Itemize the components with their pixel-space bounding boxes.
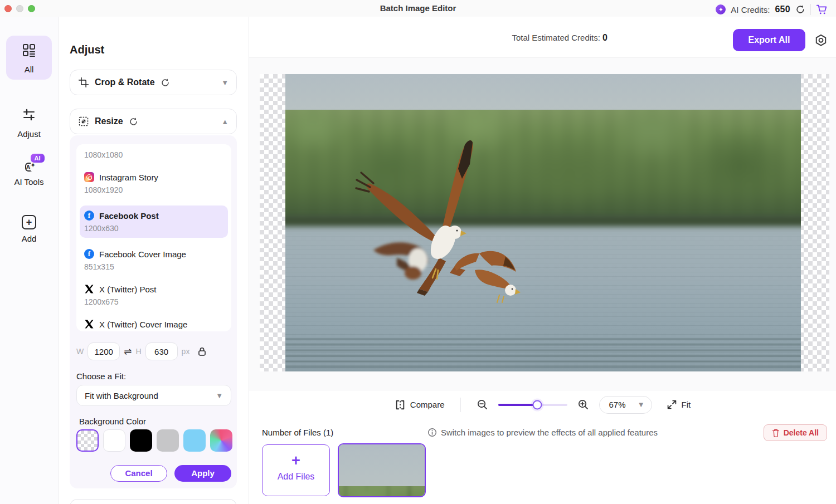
- preset-item-x-cover[interactable]: X (Twitter) Cover Image 1500x500: [84, 317, 223, 331]
- add-files-button[interactable]: + Add Files: [262, 444, 330, 496]
- adjust-panel: Adjust Crop & Rotate ▼ Resize ▲ 1080x108…: [59, 17, 249, 504]
- resize-icon: [78, 116, 89, 127]
- fit-label: Fit: [682, 400, 691, 409]
- plus-icon: +: [263, 453, 329, 468]
- ai-credits-label: AI Credits:: [731, 5, 770, 14]
- refresh-credits-icon[interactable]: [795, 4, 805, 14]
- reset-icon[interactable]: [161, 78, 170, 87]
- canvas-transparency-checkerboard[interactable]: [260, 74, 829, 371]
- zoom-slider-handle[interactable]: [533, 400, 542, 409]
- preset-item-facebook-cover[interactable]: fFacebook Cover Image 851x315: [84, 247, 223, 273]
- delete-all-button[interactable]: Delete All: [764, 424, 827, 441]
- resize-section-header[interactable]: Resize ▲: [70, 109, 237, 134]
- size-row: W ⇌ H px: [76, 342, 231, 360]
- sidebar-item-label: AI Tools: [6, 177, 52, 187]
- export-all-button[interactable]: Export All: [733, 29, 805, 51]
- preset-name: Facebook Post: [99, 211, 159, 221]
- titlebar: Batch Image Editor ✦ AI Credits: 650: [0, 0, 836, 17]
- titlebar-divider: [810, 4, 811, 15]
- facebook-icon: f: [84, 211, 94, 221]
- background-color-label: Background Color: [79, 417, 146, 426]
- chevron-up-icon[interactable]: ▲: [221, 118, 229, 126]
- fit-button[interactable]: Fit: [667, 399, 691, 410]
- chevron-down-icon: ▼: [638, 400, 645, 409]
- compare-label: Compare: [410, 400, 445, 409]
- add-files-label: Add Files: [263, 472, 329, 482]
- preset-dims: 1080x1920: [84, 184, 223, 196]
- fit-dropdown[interactable]: Fit with Background ▼: [76, 385, 231, 406]
- preset-name: Instagram Story: [99, 173, 158, 182]
- reset-icon[interactable]: [129, 117, 138, 126]
- sidebar-item-add[interactable]: + Add: [6, 208, 52, 249]
- crop-rotate-section[interactable]: Crop & Rotate ▼: [70, 70, 237, 95]
- background-swatches: [76, 429, 232, 452]
- swatch-gray[interactable]: [157, 429, 179, 452]
- x-twitter-icon: [84, 284, 94, 294]
- trash-icon: [772, 429, 780, 437]
- apply-button[interactable]: Apply: [174, 465, 231, 482]
- swatch-black[interactable]: [130, 429, 152, 452]
- delete-all-label: Delete All: [784, 428, 819, 437]
- zoom-level-dropdown[interactable]: 67% ▼: [599, 396, 652, 414]
- zoom-slider[interactable]: [498, 404, 567, 406]
- main-area: Total Estimated Credits: 0 Export All: [249, 17, 836, 504]
- sidebar: All Adjust AI✦ AI AI Tools + Add: [0, 17, 59, 504]
- app-window: Batch Image Editor ✦ AI Credits: 650 All: [0, 0, 836, 504]
- info-icon: [427, 428, 437, 437]
- total-credits-label: Total Estimated Credits:: [512, 33, 600, 42]
- chevron-down-icon[interactable]: ▼: [221, 79, 229, 87]
- sliders-icon: [21, 107, 37, 123]
- next-section-card[interactable]: [70, 499, 237, 504]
- sidebar-item-all[interactable]: All: [6, 36, 52, 80]
- preset-dims: 1500x500: [84, 331, 223, 331]
- canvas-toolbar: Compare 67% ▼ Fit: [249, 390, 836, 419]
- preset-dims: 1200x630: [84, 222, 223, 234]
- swatch-blue[interactable]: [183, 429, 206, 452]
- height-label: H: [135, 347, 141, 356]
- sidebar-item-adjust[interactable]: Adjust: [6, 100, 52, 144]
- files-hint-text: Switch images to preview the effects of …: [441, 428, 658, 437]
- swatch-white[interactable]: [103, 429, 125, 452]
- instagram-icon: [84, 172, 94, 182]
- panel-title: Adjust: [70, 43, 104, 56]
- swatch-transparent[interactable]: [76, 429, 99, 452]
- zoom-level-value: 67%: [609, 400, 626, 409]
- ai-credits-value: 650: [775, 4, 790, 14]
- zoom-out-icon[interactable]: [477, 399, 488, 410]
- resize-label: Resize: [95, 116, 123, 126]
- swap-dimensions-icon[interactable]: ⇌: [124, 346, 132, 358]
- sidebar-item-label: All: [6, 65, 52, 74]
- preset-item-partial[interactable]: 1080x1080: [84, 149, 223, 161]
- crop-rotate-label: Crop & Rotate: [95, 77, 155, 87]
- lock-aspect-icon[interactable]: [197, 346, 207, 357]
- preset-item-facebook-post[interactable]: fFacebook Post 1200x630: [80, 205, 228, 238]
- unit-label: px: [182, 347, 190, 356]
- preset-dims: 1200x675: [84, 296, 223, 308]
- preview-image[interactable]: [285, 74, 801, 371]
- preset-item-x-post[interactable]: X (Twitter) Post 1200x675: [84, 282, 223, 308]
- sidebar-item-label: Add: [6, 234, 52, 243]
- cancel-button[interactable]: Cancel: [110, 465, 167, 482]
- compare-button[interactable]: Compare: [395, 399, 445, 410]
- canvas-zone: [249, 58, 836, 390]
- width-input[interactable]: [88, 342, 120, 360]
- compare-icon: [395, 399, 406, 410]
- grid-all-icon: [21, 42, 37, 58]
- window-title: Batch Image Editor: [0, 3, 836, 13]
- preset-name: Facebook Cover Image: [99, 249, 186, 259]
- total-credits-value: 0: [602, 33, 607, 42]
- preset-name: X (Twitter) Cover Image: [99, 320, 187, 329]
- width-label: W: [76, 347, 84, 356]
- swatch-gradient[interactable]: [210, 429, 232, 452]
- sidebar-item-ai-tools[interactable]: AI✦ AI AI Tools: [6, 155, 52, 192]
- files-section: Number of Files (1) Switch images to pre…: [249, 419, 836, 504]
- preset-item-instagram-story[interactable]: Instagram Story 1080x1920: [84, 170, 223, 196]
- preset-list: 1080x1080 Instagram Story 1080x1920 fFac…: [76, 144, 231, 331]
- file-thumbnail[interactable]: [338, 443, 426, 497]
- cart-icon[interactable]: [816, 3, 828, 16]
- files-hint: Switch images to preview the effects of …: [249, 428, 836, 437]
- settings-gear-icon[interactable]: [814, 33, 828, 48]
- height-input[interactable]: [145, 342, 178, 360]
- zoom-in-icon[interactable]: [577, 399, 589, 410]
- zoom-slider-fill: [498, 404, 538, 406]
